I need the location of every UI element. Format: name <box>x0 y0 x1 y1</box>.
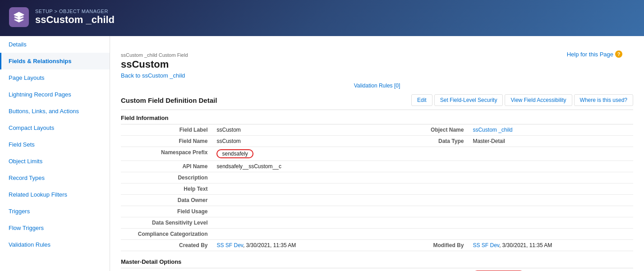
sidebar-item-triggers[interactable]: Triggers <box>0 203 110 220</box>
compliance-label: Compliance Categorization <box>121 229 213 240</box>
validation-rules-link: Validation Rules [0] <box>121 83 633 89</box>
page-breadcrumb: ssCustom _child Custom Field <box>121 52 633 58</box>
sidebar-item-page-layouts[interactable]: Page Layouts <box>0 69 110 86</box>
table-row: Data Owner <box>121 195 633 206</box>
related-to-value: ssCustom <box>213 268 377 271</box>
sidebar-item-lightning-record-pages[interactable]: Lightning Record Pages <box>0 86 110 103</box>
sidebar-item-validation-rules[interactable]: Validation Rules <box>0 236 110 253</box>
help-text-value <box>213 184 377 195</box>
sidebar-item-object-limits[interactable]: Object Limits <box>0 153 110 170</box>
data-sensitivity-value <box>213 217 377 229</box>
help-link[interactable]: Help for this Page ? <box>567 51 622 58</box>
modified-by-value: SS SF Dev, 3/30/2021, 11:35 AM <box>469 240 633 251</box>
table-row: Description <box>121 172 633 184</box>
table-row: Field Name ssCustom Data Type Master-Det… <box>121 136 633 147</box>
edit-button[interactable]: Edit <box>411 94 432 106</box>
help-label: Help for this Page <box>567 51 613 58</box>
data-owner-value <box>213 195 377 206</box>
modified-by-label: Modified By <box>377 240 469 251</box>
layers-icon <box>13 11 25 23</box>
data-type-value: Master-Detail <box>469 136 633 147</box>
sidebar-item-fields-relationships[interactable]: Fields & Relationships <box>0 53 110 69</box>
help-text-label: Help Text <box>121 184 213 195</box>
layout: Details Fields & Relationships Page Layo… <box>0 36 644 271</box>
field-info-title: Field Information <box>121 110 633 124</box>
field-label-value: ssCustom <box>213 124 377 136</box>
master-detail-table: Related To ssCustom Child Relationship N… <box>121 268 633 271</box>
created-by-link[interactable]: SS SF Dev <box>216 242 243 248</box>
field-name-label: Field Name <box>121 136 213 147</box>
view-field-accessibility-button[interactable]: View Field Accessibility <box>505 94 572 106</box>
created-by-value: SS SF Dev, 3/30/2021, 11:35 AM <box>213 240 377 251</box>
sidebar-item-compact-layouts[interactable]: Compact Layouts <box>0 119 110 136</box>
section-title: Custom Field Definition Detail <box>121 96 217 104</box>
content-wrapper: Help for this Page ? ssCustom _child Cus… <box>121 43 633 271</box>
table-row: Help Text <box>121 184 633 195</box>
description-label: Description <box>121 172 213 184</box>
header-text: SETUP > OBJECT MANAGER ssCustom _child <box>35 9 115 26</box>
field-usage-label: Field Usage <box>121 206 213 217</box>
button-group: Edit Set Field-Level Security View Field… <box>411 94 633 106</box>
header-title: ssCustom _child <box>35 14 115 26</box>
table-row: Related To ssCustom Child Relationship N… <box>121 268 633 271</box>
section-header: Custom Field Definition Detail Edit Set … <box>121 94 633 110</box>
table-row: API Name sendsafely__ssCustom__c <box>121 161 633 172</box>
object-name-value: ssCustom _child <box>469 124 633 136</box>
object-name-link[interactable]: ssCustom _child <box>473 127 512 133</box>
app-logo <box>9 7 29 27</box>
field-label-label: Field Label <box>121 124 213 136</box>
master-detail-title: Master-Detail Options <box>121 254 633 268</box>
validation-rules-anchor[interactable]: Validation Rules [0] <box>354 83 400 89</box>
back-link[interactable]: Back to ssCustom _child <box>121 72 185 79</box>
data-owner-label: Data Owner <box>121 195 213 206</box>
field-name-value: ssCustom <box>213 136 377 147</box>
set-field-level-security-button[interactable]: Set Field-Level Security <box>434 94 503 106</box>
table-row: Created By SS SF Dev, 3/30/2021, 11:35 A… <box>121 240 633 251</box>
header: SETUP > OBJECT MANAGER ssCustom _child <box>0 0 644 36</box>
object-name-label: Object Name <box>377 124 469 136</box>
description-value <box>213 172 377 184</box>
modified-by-link[interactable]: SS SF Dev <box>473 242 499 248</box>
table-row: Compliance Categorization <box>121 229 633 240</box>
page-title: ssCustom <box>121 59 633 70</box>
table-row: Field Usage <box>121 206 633 217</box>
api-name-value: sendsafely__ssCustom__c <box>213 161 377 172</box>
table-row: Namespace Prefix sendsafely <box>121 147 633 161</box>
related-to-label: Related To <box>121 268 213 271</box>
breadcrumb: SETUP > OBJECT MANAGER <box>35 9 115 14</box>
api-name-label: API Name <box>121 161 213 172</box>
sidebar-item-related-lookup-filters[interactable]: Related Lookup Filters <box>0 186 110 203</box>
data-sensitivity-label: Data Sensitivity Level <box>121 217 213 229</box>
namespace-prefix-highlight: sendsafely <box>216 149 253 158</box>
table-row: Data Sensitivity Level <box>121 217 633 229</box>
child-relationship-label: Child Relationship Name <box>377 268 469 271</box>
field-usage-value <box>213 206 377 217</box>
sidebar-item-field-sets[interactable]: Field Sets <box>0 136 110 153</box>
namespace-prefix-label: Namespace Prefix <box>121 147 213 161</box>
sidebar-item-details[interactable]: Details <box>0 36 110 53</box>
child-relationship-value: ssCustom_childs <box>469 268 633 271</box>
namespace-prefix-value: sendsafely <box>213 147 377 161</box>
compliance-value <box>213 229 377 240</box>
sidebar-item-buttons-links-actions[interactable]: Buttons, Links, and Actions <box>0 103 110 119</box>
where-is-this-used-button[interactable]: Where is this used? <box>574 94 633 106</box>
help-icon: ? <box>615 51 622 58</box>
sidebar: Details Fields & Relationships Page Layo… <box>0 36 110 271</box>
field-info-table: Field Label ssCustom Object Name ssCusto… <box>121 124 633 251</box>
created-by-label: Created By <box>121 240 213 251</box>
sidebar-item-flow-triggers[interactable]: Flow Triggers <box>0 220 110 236</box>
table-row: Field Label ssCustom Object Name ssCusto… <box>121 124 633 136</box>
sidebar-item-record-types[interactable]: Record Types <box>0 170 110 186</box>
main-content: Help for this Page ? ssCustom _child Cus… <box>110 36 644 271</box>
data-type-label: Data Type <box>377 136 469 147</box>
